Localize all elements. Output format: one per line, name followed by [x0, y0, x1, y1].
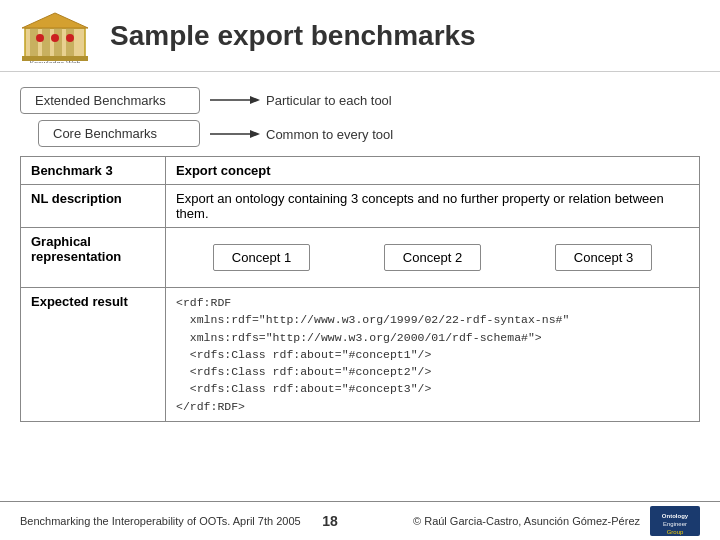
- page-header: Knowledge Web Sample export benchmarks: [0, 0, 720, 72]
- svg-text:Engineer: Engineer: [663, 521, 687, 527]
- svg-rect-1: [30, 28, 38, 56]
- svg-text:Ontology: Ontology: [662, 513, 689, 519]
- common-label: Common to every tool: [266, 127, 393, 142]
- extended-benchmarks-box: Extended Benchmarks: [20, 87, 200, 114]
- benchmark-boxes: Extended Benchmarks Core Benchmarks: [20, 87, 200, 147]
- concept3-box: Concept 3: [555, 244, 652, 271]
- extended-label: Extended Benchmarks: [35, 93, 166, 108]
- page-title: Sample export benchmarks: [110, 20, 476, 52]
- core-benchmarks-box: Core Benchmarks: [38, 120, 200, 147]
- footer-logo: Ontology Engineer Group: [650, 506, 700, 536]
- svg-marker-14: [250, 130, 260, 138]
- svg-point-8: [66, 34, 74, 42]
- nl-content: Export an ontology containing 3 concepts…: [166, 185, 700, 228]
- arrow-row-core: Common to every tool: [210, 120, 393, 148]
- footer: Benchmarking the Interoperability of OOT…: [0, 501, 720, 540]
- svg-marker-12: [250, 96, 260, 104]
- benchmark-table: Benchmark 3 Export concept NL descriptio…: [20, 156, 700, 422]
- benchmarks-diagram: Extended Benchmarks Core Benchmarks Part…: [0, 72, 720, 156]
- nl-description-row: NL description Export an ontology contai…: [21, 185, 700, 228]
- expected-content: <rdf:RDF xmlns:rdf="http://www.w3.org/19…: [166, 288, 700, 422]
- expected-result-row: Expected result <rdf:RDF xmlns:rdf="http…: [21, 288, 700, 422]
- arrows-section: Particular to each tool Common to every …: [210, 86, 393, 148]
- graphical-label: Graphical representation: [21, 228, 166, 288]
- arrow-core: [210, 127, 260, 141]
- svg-text:Knowledge Web: Knowledge Web: [30, 60, 81, 63]
- particular-label: Particular to each tool: [266, 93, 392, 108]
- svg-marker-5: [22, 13, 88, 28]
- core-label: Core Benchmarks: [53, 126, 157, 141]
- arrow-row-extended: Particular to each tool: [210, 86, 393, 114]
- svg-text:Group: Group: [667, 529, 684, 535]
- arrow-extended: [210, 93, 260, 107]
- svg-point-7: [51, 34, 59, 42]
- svg-rect-3: [54, 28, 62, 56]
- concept1-box: Concept 1: [213, 244, 310, 271]
- svg-rect-2: [42, 28, 50, 56]
- expected-label: Expected result: [21, 288, 166, 422]
- col1-header: Benchmark 3: [21, 157, 166, 185]
- col2-header: Export concept: [166, 157, 700, 185]
- logo: Knowledge Web: [20, 8, 90, 63]
- footer-page-number: 18: [310, 513, 350, 529]
- nl-label: NL description: [21, 185, 166, 228]
- code-block: <rdf:RDF xmlns:rdf="http://www.w3.org/19…: [176, 294, 689, 415]
- footer-right-text: © Raúl Garcia-Castro, Asunción Gómez-Pér…: [350, 515, 640, 527]
- concept2-box: Concept 2: [384, 244, 481, 271]
- concepts-container: Concept 1 Concept 2 Concept 3: [166, 238, 699, 277]
- graphical-row: Graphical representation Concept 1 Conce…: [21, 228, 700, 288]
- footer-left-text: Benchmarking the Interoperability of OOT…: [20, 515, 310, 527]
- svg-point-6: [36, 34, 44, 42]
- graphical-content: Concept 1 Concept 2 Concept 3: [166, 228, 700, 288]
- table-header-row: Benchmark 3 Export concept: [21, 157, 700, 185]
